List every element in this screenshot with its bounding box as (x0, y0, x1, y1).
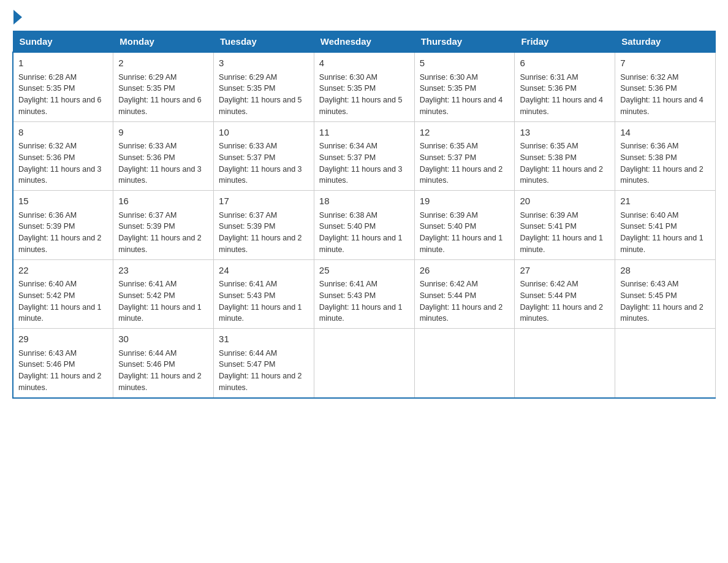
calendar-cell: 29Sunrise: 6:43 AMSunset: 5:46 PMDayligh… (13, 329, 113, 398)
calendar-cell: 8Sunrise: 6:32 AMSunset: 5:36 PMDaylight… (13, 121, 113, 191)
day-info: Sunrise: 6:41 AMSunset: 5:42 PMDaylight:… (118, 278, 208, 324)
calendar-cell (515, 329, 615, 398)
calendar-cell: 24Sunrise: 6:41 AMSunset: 5:43 PMDayligh… (214, 259, 314, 329)
calendar-cell: 2Sunrise: 6:29 AMSunset: 5:35 PMDaylight… (113, 52, 214, 121)
calendar-cell: 3Sunrise: 6:29 AMSunset: 5:35 PMDaylight… (214, 52, 314, 121)
day-number: 16 (118, 194, 208, 209)
calendar-week-row: 1Sunrise: 6:28 AMSunset: 5:35 PMDaylight… (13, 52, 716, 121)
day-info: Sunrise: 6:34 AMSunset: 5:37 PMDaylight:… (319, 140, 409, 186)
day-number: 14 (620, 126, 710, 140)
weekday-header-wednesday: Wednesday (314, 31, 414, 53)
day-info: Sunrise: 6:39 AMSunset: 5:41 PMDaylight:… (520, 210, 610, 256)
calendar-cell: 10Sunrise: 6:33 AMSunset: 5:37 PMDayligh… (214, 121, 314, 191)
weekday-header-thursday: Thursday (414, 31, 515, 53)
day-info: Sunrise: 6:28 AMSunset: 5:35 PMDaylight:… (18, 72, 108, 118)
day-number: 31 (219, 332, 309, 347)
day-info: Sunrise: 6:44 AMSunset: 5:47 PMDaylight:… (219, 348, 309, 394)
day-number: 23 (118, 264, 208, 278)
day-info: Sunrise: 6:41 AMSunset: 5:43 PMDaylight:… (319, 278, 409, 324)
day-number: 24 (219, 264, 309, 278)
calendar-cell: 1Sunrise: 6:28 AMSunset: 5:35 PMDaylight… (13, 52, 113, 121)
day-info: Sunrise: 6:43 AMSunset: 5:46 PMDaylight:… (18, 348, 108, 394)
day-info: Sunrise: 6:41 AMSunset: 5:43 PMDaylight:… (219, 278, 309, 324)
day-info: Sunrise: 6:36 AMSunset: 5:39 PMDaylight:… (18, 210, 108, 256)
calendar-cell: 9Sunrise: 6:33 AMSunset: 5:36 PMDaylight… (113, 121, 214, 191)
calendar-cell: 17Sunrise: 6:37 AMSunset: 5:39 PMDayligh… (214, 191, 314, 260)
day-info: Sunrise: 6:42 AMSunset: 5:44 PMDaylight:… (520, 278, 610, 324)
day-info: Sunrise: 6:29 AMSunset: 5:35 PMDaylight:… (118, 72, 208, 118)
day-info: Sunrise: 6:35 AMSunset: 5:38 PMDaylight:… (520, 140, 610, 186)
weekday-header-monday: Monday (113, 31, 214, 53)
day-info: Sunrise: 6:31 AMSunset: 5:36 PMDaylight:… (520, 72, 610, 118)
day-number: 15 (18, 194, 108, 209)
calendar-week-row: 15Sunrise: 6:36 AMSunset: 5:39 PMDayligh… (13, 191, 716, 260)
day-number: 28 (620, 264, 710, 278)
calendar-cell: 4Sunrise: 6:30 AMSunset: 5:35 PMDaylight… (314, 52, 414, 121)
day-info: Sunrise: 6:39 AMSunset: 5:40 PMDaylight:… (420, 210, 510, 256)
day-number: 13 (520, 126, 610, 140)
calendar-cell: 18Sunrise: 6:38 AMSunset: 5:40 PMDayligh… (314, 191, 414, 260)
day-info: Sunrise: 6:40 AMSunset: 5:42 PMDaylight:… (18, 278, 108, 324)
calendar-cell: 5Sunrise: 6:30 AMSunset: 5:35 PMDaylight… (414, 52, 515, 121)
weekday-row: SundayMondayTuesdayWednesdayThursdayFrid… (13, 31, 716, 53)
weekday-header-saturday: Saturday (615, 31, 716, 53)
calendar-week-row: 8Sunrise: 6:32 AMSunset: 5:36 PMDaylight… (13, 121, 716, 191)
day-info: Sunrise: 6:33 AMSunset: 5:36 PMDaylight:… (118, 140, 208, 186)
day-number: 30 (118, 332, 208, 347)
day-info: Sunrise: 6:30 AMSunset: 5:35 PMDaylight:… (420, 72, 510, 118)
calendar-cell: 31Sunrise: 6:44 AMSunset: 5:47 PMDayligh… (214, 329, 314, 398)
day-number: 29 (18, 332, 108, 347)
calendar-cell: 15Sunrise: 6:36 AMSunset: 5:39 PMDayligh… (13, 191, 113, 260)
day-info: Sunrise: 6:36 AMSunset: 5:38 PMDaylight:… (620, 140, 710, 186)
calendar-cell: 28Sunrise: 6:43 AMSunset: 5:45 PMDayligh… (615, 259, 716, 329)
day-info: Sunrise: 6:32 AMSunset: 5:36 PMDaylight:… (620, 72, 710, 118)
day-info: Sunrise: 6:30 AMSunset: 5:35 PMDaylight:… (319, 72, 409, 118)
day-number: 10 (219, 126, 309, 140)
day-info: Sunrise: 6:44 AMSunset: 5:46 PMDaylight:… (118, 348, 208, 394)
day-info: Sunrise: 6:42 AMSunset: 5:44 PMDaylight:… (420, 278, 510, 324)
day-number: 22 (18, 264, 108, 278)
logo-arrow-icon (13, 10, 22, 25)
calendar-cell: 30Sunrise: 6:44 AMSunset: 5:46 PMDayligh… (113, 329, 214, 398)
day-number: 4 (319, 56, 409, 71)
day-info: Sunrise: 6:32 AMSunset: 5:36 PMDaylight:… (18, 140, 108, 186)
day-number: 20 (520, 194, 610, 209)
calendar-body: 1Sunrise: 6:28 AMSunset: 5:35 PMDaylight… (13, 52, 716, 398)
weekday-header-friday: Friday (515, 31, 615, 53)
day-number: 21 (620, 194, 710, 209)
day-number: 3 (219, 56, 309, 71)
day-info: Sunrise: 6:38 AMSunset: 5:40 PMDaylight:… (319, 210, 409, 256)
calendar-week-row: 29Sunrise: 6:43 AMSunset: 5:46 PMDayligh… (13, 329, 716, 398)
calendar-cell: 20Sunrise: 6:39 AMSunset: 5:41 PMDayligh… (515, 191, 615, 260)
calendar-cell: 11Sunrise: 6:34 AMSunset: 5:37 PMDayligh… (314, 121, 414, 191)
day-number: 9 (118, 126, 208, 140)
logo (12, 12, 22, 25)
day-number: 11 (319, 126, 409, 140)
calendar-cell: 13Sunrise: 6:35 AMSunset: 5:38 PMDayligh… (515, 121, 615, 191)
weekday-header-tuesday: Tuesday (214, 31, 314, 53)
calendar-cell: 7Sunrise: 6:32 AMSunset: 5:36 PMDaylight… (615, 52, 716, 121)
day-number: 18 (319, 194, 409, 209)
day-number: 6 (520, 56, 610, 71)
calendar-header: SundayMondayTuesdayWednesdayThursdayFrid… (13, 31, 716, 53)
day-number: 5 (420, 56, 510, 71)
calendar-cell: 19Sunrise: 6:39 AMSunset: 5:40 PMDayligh… (414, 191, 515, 260)
day-info: Sunrise: 6:43 AMSunset: 5:45 PMDaylight:… (620, 278, 710, 324)
day-number: 12 (420, 126, 510, 140)
day-info: Sunrise: 6:29 AMSunset: 5:35 PMDaylight:… (219, 72, 309, 118)
calendar-cell: 26Sunrise: 6:42 AMSunset: 5:44 PMDayligh… (414, 259, 515, 329)
day-info: Sunrise: 6:40 AMSunset: 5:41 PMDaylight:… (620, 210, 710, 256)
day-number: 25 (319, 264, 409, 278)
calendar-cell: 6Sunrise: 6:31 AMSunset: 5:36 PMDaylight… (515, 52, 615, 121)
calendar-cell: 12Sunrise: 6:35 AMSunset: 5:37 PMDayligh… (414, 121, 515, 191)
day-info: Sunrise: 6:33 AMSunset: 5:37 PMDaylight:… (219, 140, 309, 186)
calendar-cell (414, 329, 515, 398)
calendar-table: SundayMondayTuesdayWednesdayThursdayFrid… (12, 31, 716, 399)
day-number: 7 (620, 56, 710, 71)
calendar-cell: 14Sunrise: 6:36 AMSunset: 5:38 PMDayligh… (615, 121, 716, 191)
calendar-week-row: 22Sunrise: 6:40 AMSunset: 5:42 PMDayligh… (13, 259, 716, 329)
calendar-cell: 27Sunrise: 6:42 AMSunset: 5:44 PMDayligh… (515, 259, 615, 329)
day-number: 19 (420, 194, 510, 209)
day-info: Sunrise: 6:37 AMSunset: 5:39 PMDaylight:… (219, 210, 309, 256)
calendar-cell: 25Sunrise: 6:41 AMSunset: 5:43 PMDayligh… (314, 259, 414, 329)
